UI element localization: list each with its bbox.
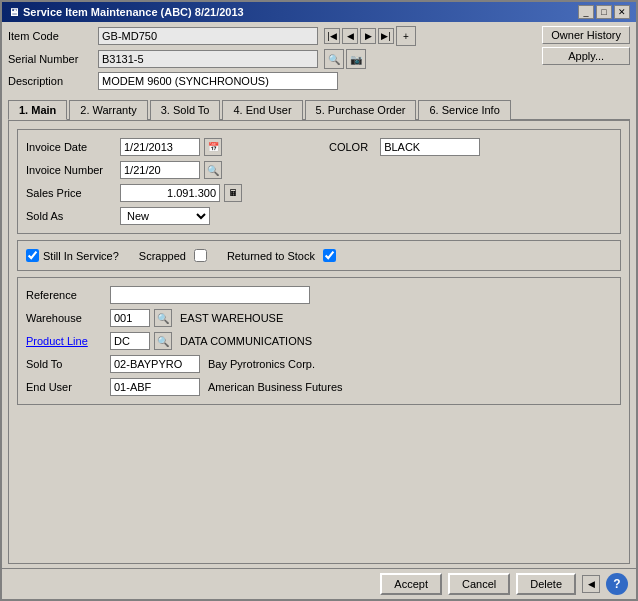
sales-price-row: Sales Price 🖩 [26, 184, 309, 202]
sold-as-row: Sold As New Used Refurbished [26, 207, 309, 225]
nav-prev-button[interactable]: ◀ [342, 28, 358, 44]
description-input[interactable] [98, 72, 338, 90]
scrapped-checkbox[interactable] [194, 249, 207, 262]
tab-sold-to[interactable]: 3. Sold To [150, 100, 221, 120]
sales-price-calc-button[interactable]: 🖩 [224, 184, 242, 202]
title-bar-controls: _ □ ✕ [578, 5, 630, 19]
sold-to-label: Sold To [26, 358, 106, 370]
end-user-label: End User [26, 381, 106, 393]
sales-price-input[interactable] [120, 184, 220, 202]
nav-controls: |◀ ◀ ▶ ▶| + [324, 26, 416, 46]
serial-number-row: Serial Number 🔍 📷 [8, 49, 534, 69]
item-code-input[interactable] [98, 27, 318, 45]
minimize-button[interactable]: _ [578, 5, 594, 19]
top-buttons: Owner History Apply... [542, 26, 630, 65]
end-user-name-text: American Business Futures [208, 381, 343, 393]
color-label: COLOR [329, 141, 368, 153]
warehouse-search-button[interactable]: 🔍 [154, 309, 172, 327]
arrow-back-button[interactable]: ◀ [582, 575, 600, 593]
serial-icon-controls: 🔍 📷 [324, 49, 366, 69]
title-bar: 🖥 Service Item Maintenance (ABC) 8/21/20… [2, 2, 636, 22]
invoice-number-input[interactable] [120, 161, 200, 179]
tab-bar: 1. Main 2. Warranty 3. Sold To 4. End Us… [8, 99, 630, 120]
tab-content-main: Invoice Date 📅 Invoice Number 🔍 Sales Pr… [8, 120, 630, 564]
main-window: 🖥 Service Item Maintenance (ABC) 8/21/20… [0, 0, 638, 601]
product-line-label[interactable]: Product Line [26, 335, 106, 347]
reference-row: Reference [26, 286, 612, 304]
close-button[interactable]: ✕ [614, 5, 630, 19]
color-input[interactable] [380, 138, 480, 156]
sold-as-dropdown[interactable]: New Used Refurbished [120, 207, 210, 225]
item-code-row: Item Code |◀ ◀ ▶ ▶| + [8, 26, 534, 46]
serial-number-label: Serial Number [8, 53, 98, 65]
product-line-code-input[interactable] [110, 332, 150, 350]
header-fields: Item Code |◀ ◀ ▶ ▶| + Serial Number [8, 26, 534, 93]
delete-button[interactable]: Delete [516, 573, 576, 595]
reference-input[interactable] [110, 286, 310, 304]
warehouse-row: Warehouse 🔍 EAST WAREHOUSE [26, 309, 612, 327]
end-user-row: End User American Business Futures [26, 378, 612, 396]
sold-to-code-input[interactable] [110, 355, 200, 373]
right-panel: COLOR [329, 138, 612, 225]
bottom-bar: Accept Cancel Delete ◀ ? [2, 568, 636, 599]
maximize-button[interactable]: □ [596, 5, 612, 19]
owner-history-button[interactable]: Owner History [542, 26, 630, 44]
serial-search-button[interactable]: 🔍 [324, 49, 344, 69]
scrapped-item: Scrapped [139, 249, 207, 262]
warehouse-name-text: EAST WAREHOUSE [180, 312, 283, 324]
invoice-number-label: Invoice Number [26, 164, 116, 176]
left-panel: Invoice Date 📅 Invoice Number 🔍 Sales Pr… [26, 138, 309, 225]
tab-main[interactable]: 1. Main [8, 100, 67, 120]
add-icon-button[interactable]: + [396, 26, 416, 46]
lower-panel: Reference Warehouse 🔍 EAST WAREHOUSE Pro… [17, 277, 621, 405]
sold-to-name-text: Bay Pyrotronics Corp. [208, 358, 315, 370]
item-code-label: Item Code [8, 30, 98, 42]
still-in-service-item: Still In Service? [26, 249, 119, 262]
invoice-number-search-button[interactable]: 🔍 [204, 161, 222, 179]
product-line-name-text: DATA COMMUNICATIONS [180, 335, 312, 347]
description-label: Description [8, 75, 98, 87]
tab-end-user[interactable]: 4. End User [222, 100, 302, 120]
product-line-search-button[interactable]: 🔍 [154, 332, 172, 350]
returned-to-stock-item: Returned to Stock [227, 249, 336, 262]
scrapped-label: Scrapped [139, 250, 186, 262]
help-button[interactable]: ? [606, 573, 628, 595]
invoice-date-label: Invoice Date [26, 141, 116, 153]
product-line-row: Product Line 🔍 DATA COMMUNICATIONS [26, 332, 612, 350]
tab-service-info[interactable]: 6. Service Info [418, 100, 510, 120]
cancel-button[interactable]: Cancel [448, 573, 510, 595]
checkbox-row: Still In Service? Scrapped Returned to S… [26, 249, 612, 262]
nav-last-button[interactable]: ▶| [378, 28, 394, 44]
tab-purchase-order[interactable]: 5. Purchase Order [305, 100, 417, 120]
invoice-number-row: Invoice Number 🔍 [26, 161, 309, 179]
invoice-date-calendar-button[interactable]: 📅 [204, 138, 222, 156]
checkbox-panel: Still In Service? Scrapped Returned to S… [17, 240, 621, 271]
content-area: Item Code |◀ ◀ ▶ ▶| + Serial Number [2, 22, 636, 568]
warehouse-label: Warehouse [26, 312, 106, 324]
upper-panel-row: Invoice Date 📅 Invoice Number 🔍 Sales Pr… [26, 138, 612, 225]
invoice-date-row: Invoice Date 📅 [26, 138, 309, 156]
window-title: Service Item Maintenance (ABC) 8/21/2013 [23, 6, 244, 18]
title-bar-left: 🖥 Service Item Maintenance (ABC) 8/21/20… [8, 6, 244, 18]
sold-to-row: Sold To Bay Pyrotronics Corp. [26, 355, 612, 373]
tab-warranty[interactable]: 2. Warranty [69, 100, 147, 120]
window-icon: 🖥 [8, 6, 19, 18]
still-in-service-checkbox[interactable] [26, 249, 39, 262]
warehouse-code-input[interactable] [110, 309, 150, 327]
returned-to-stock-label: Returned to Stock [227, 250, 315, 262]
apply-button[interactable]: Apply... [542, 47, 630, 65]
serial-number-input[interactable] [98, 50, 318, 68]
sold-as-label: Sold As [26, 210, 116, 222]
end-user-code-input[interactable] [110, 378, 200, 396]
nav-first-button[interactable]: |◀ [324, 28, 340, 44]
color-row: COLOR [329, 138, 612, 156]
accept-button[interactable]: Accept [380, 573, 442, 595]
serial-camera-button[interactable]: 📷 [346, 49, 366, 69]
reference-label: Reference [26, 289, 106, 301]
nav-next-button[interactable]: ▶ [360, 28, 376, 44]
invoice-date-input[interactable] [120, 138, 200, 156]
returned-to-stock-checkbox[interactable] [323, 249, 336, 262]
description-row: Description [8, 72, 534, 90]
top-fields-row: Item Code |◀ ◀ ▶ ▶| + Serial Number [8, 26, 630, 93]
upper-panel: Invoice Date 📅 Invoice Number 🔍 Sales Pr… [17, 129, 621, 234]
